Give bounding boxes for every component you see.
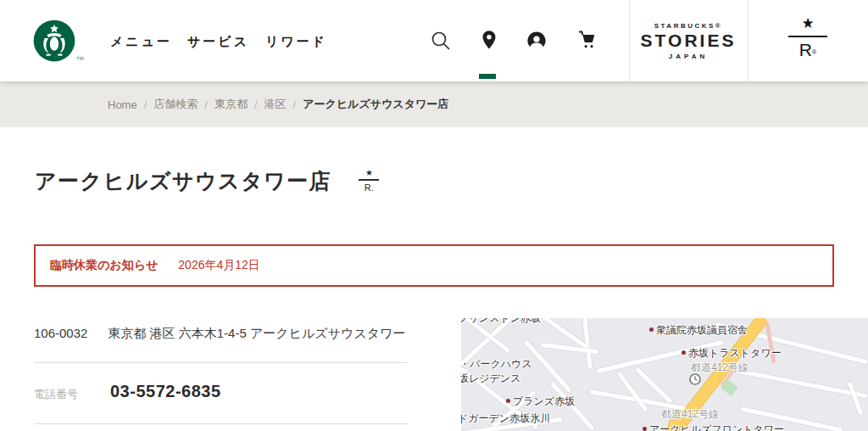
nav-menu[interactable]: メニュー — [110, 34, 172, 50]
poi-text: 赤坂レジデンス — [461, 372, 520, 384]
store-address: 106-0032東京都 港区 六本木1-4-5 アークヒルズサウスタワー — [34, 326, 405, 342]
badge-letter: R. — [359, 182, 379, 193]
starbucks-logo-icon[interactable]: TM — [32, 19, 76, 63]
active-tab-indicator — [479, 74, 496, 79]
notice-date: 2026年4月12日 — [178, 258, 260, 273]
store-locator-pin-icon[interactable] — [477, 28, 503, 53]
map-poi-label[interactable]: ザ・プリンストン赤坂 — [461, 318, 541, 326]
phone-number[interactable]: 03-5572-6835 — [110, 382, 221, 401]
map-poi-label[interactable]: ザ・パークハウス — [461, 357, 532, 372]
notice-title-link[interactable]: 臨時休業のお知らせ — [50, 258, 158, 273]
account-person-icon[interactable] — [525, 29, 550, 54]
badge-star-icon: ★ — [359, 169, 379, 177]
rewards-logo-line — [788, 36, 827, 37]
page-title: アークヒルズサウスタワー店 — [35, 167, 331, 195]
poi-dot — [649, 327, 654, 332]
poi-text: ザ・プリンストン赤坂 — [461, 318, 541, 324]
breadcrumb-separator: / — [204, 98, 208, 111]
poi-dot — [643, 427, 647, 431]
stories-logo-bottom: JAPAN — [629, 53, 748, 60]
stories-japan-logo[interactable]: STARBUCKS® STORIES JAPAN — [629, 0, 748, 81]
nav-service[interactable]: サービス — [187, 34, 249, 50]
map-poi-label[interactable]: アークヒルズフロントタワー — [643, 423, 784, 431]
poi-dot — [506, 399, 510, 403]
divider — [34, 362, 408, 363]
breadcrumb-minato[interactable]: 港区 — [264, 97, 287, 112]
divider — [34, 423, 408, 424]
rewards-star-icon: ★ — [748, 16, 868, 31]
map-poi-label[interactable]: 衆議院赤坂議員宿舎 — [649, 323, 748, 338]
map-poi-label[interactable]: 赤坂トラストタワー — [682, 346, 782, 361]
breadcrumb-tokyo[interactable]: 東京都 — [214, 97, 248, 112]
search-icon[interactable] — [428, 28, 453, 53]
breadcrumb: Home / 店舗検索 / 東京都 / 港区 / アークヒルズサウスタワー店 — [0, 81, 868, 127]
map-poi-label[interactable]: 赤坂レジデンス — [461, 372, 520, 386]
badge-line — [359, 179, 379, 181]
poi-text: ブランズ赤坂 — [513, 395, 575, 407]
map-poi-label[interactable]: ドガーデン赤坂氷川 — [461, 411, 550, 426]
rewards-reg-mark: ® — [812, 49, 816, 55]
site-header: TM メニュー サービス リワード STARBUCKS® STORIES — [0, 0, 868, 81]
poi-dot — [682, 350, 686, 355]
phone-label: 電話番号 — [34, 387, 78, 402]
cart-icon[interactable] — [575, 28, 600, 53]
stories-logo-middle: STORIES — [629, 31, 748, 51]
breadcrumb-current-store: アークヒルズサウスタワー店 — [303, 97, 448, 112]
store-map[interactable]: 衆議院赤坂議員宿舎 赤坂トラストタワー ブランズ赤坂 アークヒルズフロントタワー… — [461, 318, 868, 431]
breadcrumb-separator: / — [254, 98, 258, 111]
poi-text: アークヒルズフロントタワー — [649, 423, 784, 431]
address-text: 東京都 港区 六本木1-4-5 アークヒルズサウスタワー — [108, 326, 405, 340]
map-road — [848, 382, 863, 415]
poi-text: ドガーデン赤坂氷川 — [461, 412, 550, 424]
map-poi-label[interactable]: ブランズ赤坂 — [506, 395, 575, 409]
stories-logo-top: STARBUCKS® — [629, 22, 748, 30]
rewards-star-r-logo[interactable]: ★ R® — [748, 0, 868, 81]
map-road-label: 都道412号線 — [661, 407, 719, 422]
closure-notice-banner: 臨時休業のお知らせ 2026年4月12日 — [34, 244, 834, 287]
map-road-label: 都道412号線 — [691, 361, 748, 375]
map-road — [541, 343, 598, 354]
reserve-badge: ★ R. — [359, 169, 379, 193]
store-title-row: アークヒルズサウスタワー店 ★ R. — [35, 167, 379, 195]
poi-text: 赤坂トラストタワー — [688, 347, 782, 359]
nav-rewards[interactable]: リワード — [265, 34, 327, 50]
poi-text: ザ・パークハウス — [461, 358, 532, 370]
rewards-letter: R — [799, 40, 812, 59]
breadcrumb-separator: / — [293, 98, 297, 111]
breadcrumb-separator: / — [144, 98, 147, 111]
postal-code: 106-0032 — [34, 326, 87, 340]
poi-text: 衆議院赤坂議員宿舎 — [656, 324, 748, 336]
breadcrumb-home[interactable]: Home — [108, 98, 137, 111]
tm-mark: TM — [76, 56, 84, 61]
breadcrumb-store-search[interactable]: 店舗検索 — [153, 97, 198, 112]
